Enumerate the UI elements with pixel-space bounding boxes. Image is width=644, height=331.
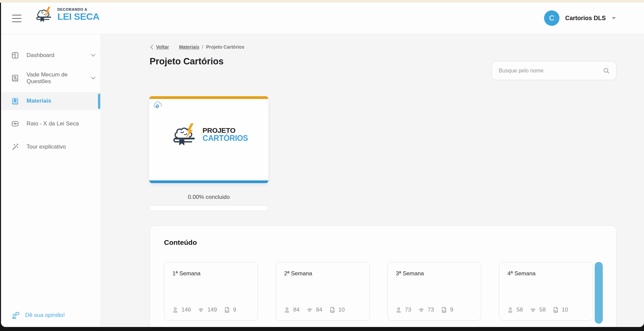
- sidebar-item-materiais[interactable]: Materiais: [1, 92, 100, 110]
- svg-text:PDF: PDF: [442, 310, 446, 312]
- course-logo-line2: CARTÓRIOS: [203, 134, 248, 142]
- week-card-2[interactable]: 2ª Semana 84: [276, 262, 370, 321]
- breadcrumb-separator: /: [202, 44, 203, 50]
- content-scrollbar[interactable]: [595, 262, 603, 324]
- sidebar-item-label: Tour explicativo: [26, 144, 66, 150]
- pdf-file-icon: PDF: [223, 306, 230, 314]
- chevron-down-icon[interactable]: [91, 77, 96, 80]
- feedback-link[interactable]: Dê sua opinião!: [11, 311, 65, 320]
- students-count: 73: [405, 307, 411, 313]
- content-title: Conteúdo: [164, 238, 197, 246]
- views-stat: 149: [197, 307, 217, 314]
- breadcrumb-parent[interactable]: Materiais: [179, 44, 200, 50]
- course-logo-line1: PROJETO: [203, 127, 248, 134]
- brain-book-logo-icon: [34, 6, 55, 23]
- pulse-chart-icon: [11, 120, 19, 128]
- back-label[interactable]: Voltar: [156, 44, 169, 50]
- sidebar-item-label: Raio - X da Lei Seca: [26, 120, 79, 127]
- sidebar-item-label: Dashboard: [26, 52, 54, 59]
- breadcrumb-current: Projeto Cartórios: [206, 44, 244, 50]
- page-title: Projeto Cartórios: [150, 56, 224, 67]
- eye-icon: [529, 307, 537, 314]
- svg-text:PDF: PDF: [331, 310, 334, 312]
- pdfs-count: 9: [450, 307, 453, 313]
- search-input[interactable]: [498, 67, 603, 74]
- book-globe-icon: [11, 97, 19, 105]
- person-icon: [395, 307, 402, 314]
- eye-icon: [306, 307, 313, 314]
- brand-line1: DECORANDO A: [57, 8, 99, 11]
- desktop-top-strip: [0, 0, 644, 3]
- pdfs-count: 9: [233, 307, 236, 313]
- cloud-timer-icon: [153, 101, 163, 110]
- eye-icon: [418, 307, 425, 314]
- search-icon[interactable]: [603, 67, 610, 74]
- chevron-down-icon[interactable]: [91, 54, 96, 57]
- sidebar-item-label: Materiais: [26, 98, 51, 104]
- screen: DECORANDO A LEI SECA C Cartorios DLS: [0, 0, 644, 331]
- person-icon: [172, 307, 179, 314]
- search-box: [492, 61, 616, 80]
- sidebar-item-label: Vade Mecum de Questões: [26, 71, 77, 85]
- views-stat: 58: [529, 307, 546, 314]
- students-stat: 58: [507, 307, 523, 314]
- person-icon: [507, 307, 514, 314]
- views-count: 84: [316, 307, 322, 313]
- svg-text:PDF: PDF: [225, 310, 229, 312]
- user-menu[interactable]: C Cartorios DLS: [544, 10, 616, 26]
- pdfs-stat: PDF 10: [552, 306, 568, 314]
- views-count: 149: [207, 307, 217, 313]
- svg-text:PDF: PDF: [554, 310, 558, 312]
- hamburger-menu-icon[interactable]: [12, 15, 21, 22]
- content-card: Conteúdo 1ª Semana 146: [150, 225, 616, 327]
- dashboard-icon: [11, 51, 19, 59]
- weeks-row: 1ª Semana 146: [164, 262, 593, 321]
- book-search-icon: [11, 74, 19, 82]
- sidebar-item-raio-x[interactable]: Raio - X da Lei Seca: [1, 116, 100, 132]
- week-card-3[interactable]: 3ª Semana 73: [387, 262, 481, 321]
- week-card-4[interactable]: 4ª Semana 58: [499, 262, 593, 321]
- main-content: Voltar Materiais / Projeto Cartórios Pro…: [100, 34, 644, 327]
- week-stats: 84 84: [283, 306, 345, 314]
- magic-wand-icon: [11, 143, 19, 151]
- avatar[interactable]: C: [544, 10, 559, 26]
- feedback-label: Dê sua opinião!: [25, 312, 65, 319]
- caret-down-icon[interactable]: [611, 17, 616, 20]
- week-stats: 146 149: [172, 306, 236, 314]
- user-name: Cartorios DLS: [565, 15, 606, 22]
- breadcrumb: Voltar Materiais / Projeto Cartórios: [150, 44, 245, 50]
- students-count: 146: [181, 307, 191, 313]
- pdfs-stat: PDF 9: [440, 306, 453, 314]
- course-card-bottom-bar: [149, 180, 268, 183]
- views-count: 58: [539, 307, 546, 313]
- week-stats: 73 73: [395, 306, 453, 314]
- students-stat: 84: [283, 307, 300, 314]
- week-title: 4ª Semana: [507, 270, 536, 277]
- app-window: DECORANDO A LEI SECA C Cartorios DLS: [1, 3, 644, 327]
- progress-label: 0.00% concluido: [149, 194, 268, 201]
- header: DECORANDO A LEI SECA C Cartorios DLS: [1, 3, 644, 34]
- students-stat: 146: [172, 307, 191, 314]
- pdfs-stat: PDF 10: [329, 306, 345, 314]
- students-count: 84: [293, 307, 300, 313]
- sidebar: Dashboard Vade Mecum de Questões: [1, 34, 101, 327]
- week-title: 2ª Semana: [284, 270, 312, 277]
- sidebar-item-tour[interactable]: Tour explicativo: [1, 139, 100, 155]
- course-card[interactable]: PROJETO CARTÓRIOS: [149, 96, 268, 183]
- sidebar-item-dashboard[interactable]: Dashboard: [1, 47, 100, 63]
- sidebar-item-vade-mecum[interactable]: Vade Mecum de Questões: [1, 69, 100, 88]
- brand-line2: LEI SECA: [57, 12, 99, 21]
- views-stat: 84: [306, 307, 322, 314]
- back-button[interactable]: Voltar: [150, 44, 169, 50]
- week-title: 1ª Semana: [172, 270, 201, 277]
- pdfs-count: 10: [562, 307, 568, 313]
- students-stat: 73: [395, 307, 411, 314]
- brand-logo: DECORANDO A LEI SECA: [34, 6, 99, 23]
- week-card-1[interactable]: 1ª Semana 146: [164, 262, 258, 321]
- person-chat-icon: [11, 311, 20, 320]
- week-title: 3ª Semana: [396, 270, 424, 277]
- pdfs-stat: PDF 9: [223, 306, 236, 314]
- week-stats: 58 58: [507, 306, 568, 314]
- eye-icon: [197, 307, 205, 314]
- person-icon: [283, 307, 290, 314]
